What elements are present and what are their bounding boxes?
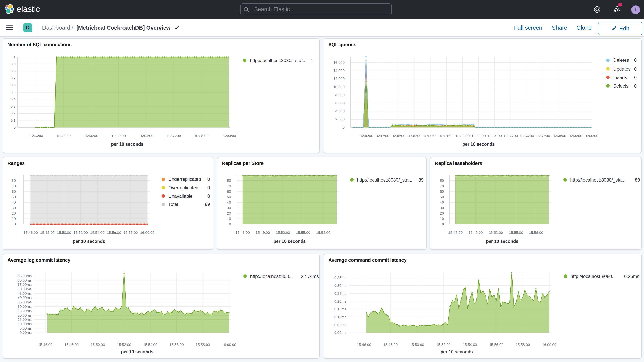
svg-text:15:48:00: 15:48:00 [56, 134, 70, 138]
svg-text:0: 0 [13, 125, 16, 129]
svg-text:15:52:00: 15:52:00 [73, 230, 88, 234]
svg-text:16:00:00: 16:00:00 [584, 134, 598, 138]
svg-text:15:52:00: 15:52:00 [111, 134, 126, 138]
svg-text:per 10 seconds: per 10 seconds [73, 239, 105, 244]
svg-text:0.25ms: 0.25ms [334, 291, 346, 295]
svg-text:40: 40 [227, 200, 231, 204]
svg-text:15:48:00: 15:48:00 [383, 342, 398, 346]
svg-text:60: 60 [12, 190, 16, 194]
svg-text:65.00ms: 65.00ms [17, 274, 32, 278]
svg-text:30: 30 [227, 206, 231, 210]
svg-text:per 10 seconds: per 10 seconds [486, 239, 518, 244]
svg-text:2,000: 2,000 [335, 117, 344, 121]
svg-text:40.00ms: 40.00ms [17, 296, 32, 300]
svg-text:0.3: 0.3 [10, 104, 16, 108]
svg-text:55.00ms: 55.00ms [17, 282, 32, 286]
svg-text:15:48:00: 15:48:00 [64, 342, 78, 346]
svg-text:0: 0 [229, 222, 231, 226]
svg-text:70: 70 [440, 184, 444, 188]
svg-text:15:46:00: 15:46:00 [357, 342, 371, 346]
svg-text:0.00ms: 0.00ms [20, 330, 32, 334]
svg-text:15:50:00: 15:50:00 [410, 342, 424, 346]
svg-text:15:49:00: 15:49:00 [468, 230, 483, 234]
svg-text:25.00ms: 25.00ms [17, 308, 32, 313]
svg-text:0.8: 0.8 [10, 69, 16, 73]
svg-text:15:54:00: 15:54:00 [487, 134, 502, 138]
svg-text:60: 60 [227, 190, 231, 194]
svg-text:8,000: 8,000 [335, 93, 344, 97]
svg-text:0.4: 0.4 [10, 97, 16, 101]
svg-text:15:56:00: 15:56:00 [520, 134, 534, 138]
svg-text:20: 20 [227, 211, 231, 215]
svg-text:15:58:00: 15:58:00 [196, 342, 210, 346]
svg-text:15:49:00: 15:49:00 [407, 134, 421, 138]
svg-text:15:46:00: 15:46:00 [38, 342, 52, 346]
svg-text:50: 50 [12, 195, 16, 199]
svg-text:15:47:00: 15:47:00 [375, 134, 389, 138]
svg-text:per 10 seconds: per 10 seconds [121, 349, 153, 354]
svg-text:0.15ms: 0.15ms [334, 307, 346, 311]
svg-text:per 10 seconds: per 10 seconds [273, 239, 306, 244]
svg-text:20: 20 [12, 211, 16, 215]
svg-text:0.6: 0.6 [10, 83, 16, 87]
svg-text:15:58:00: 15:58:00 [316, 230, 330, 234]
svg-text:15:58:00: 15:58:00 [552, 134, 566, 138]
svg-text:20: 20 [440, 211, 444, 215]
svg-text:15:46:00: 15:46:00 [235, 230, 250, 234]
svg-text:16:00:00: 16:00:00 [140, 230, 154, 234]
svg-text:15:51:00: 15:51:00 [439, 134, 453, 138]
svg-text:80: 80 [440, 178, 444, 182]
svg-text:per 10 seconds: per 10 seconds [462, 142, 494, 146]
svg-text:15:52:00: 15:52:00 [276, 230, 290, 234]
svg-text:15:58:00: 15:58:00 [529, 230, 543, 234]
svg-text:0.9: 0.9 [10, 62, 16, 66]
svg-text:80: 80 [227, 178, 231, 182]
svg-text:15:54:00: 15:54:00 [143, 342, 157, 346]
svg-text:15:56:00: 15:56:00 [107, 230, 121, 234]
svg-text:40: 40 [440, 200, 444, 204]
svg-text:15:46:00: 15:46:00 [28, 134, 43, 138]
svg-text:30: 30 [440, 206, 444, 210]
svg-text:0.7: 0.7 [10, 76, 16, 80]
svg-text:16,000: 16,000 [333, 60, 344, 64]
svg-text:30: 30 [12, 206, 16, 210]
svg-text:15:46:00: 15:46:00 [448, 230, 462, 234]
svg-text:16:00:00: 16:00:00 [222, 342, 236, 346]
svg-text:15:52:00: 15:52:00 [455, 134, 469, 138]
svg-text:0.05ms: 0.05ms [334, 323, 346, 327]
svg-text:5.00ms: 5.00ms [20, 326, 32, 330]
svg-text:0.30ms: 0.30ms [334, 283, 346, 288]
svg-text:45.00ms: 45.00ms [17, 291, 32, 295]
svg-text:35.00ms: 35.00ms [17, 300, 32, 304]
svg-text:15:52:00: 15:52:00 [488, 230, 503, 234]
svg-text:15:54:00: 15:54:00 [462, 342, 477, 346]
svg-text:70: 70 [12, 184, 16, 188]
svg-text:15:55:00: 15:55:00 [509, 230, 523, 234]
svg-text:15:50:00: 15:50:00 [84, 134, 98, 138]
svg-text:per 10 seconds: per 10 seconds [111, 142, 143, 146]
svg-text:15:52:00: 15:52:00 [117, 342, 131, 346]
svg-text:15:50:00: 15:50:00 [423, 134, 437, 138]
svg-text:10.00ms: 10.00ms [17, 322, 32, 326]
svg-text:15:56:00: 15:56:00 [169, 342, 184, 346]
svg-text:15:55:00: 15:55:00 [296, 230, 310, 234]
svg-text:10: 10 [440, 217, 444, 221]
svg-text:12,000: 12,000 [333, 76, 344, 80]
svg-text:10,000: 10,000 [333, 84, 344, 89]
svg-text:15:53:00: 15:53:00 [471, 134, 486, 138]
svg-text:15:46:00: 15:46:00 [23, 230, 38, 234]
svg-text:0: 0 [342, 125, 344, 129]
svg-text:1: 1 [13, 55, 16, 59]
svg-text:0.5: 0.5 [10, 90, 16, 94]
svg-text:0.00ms: 0.00ms [334, 330, 346, 334]
svg-text:15:54:00: 15:54:00 [139, 134, 153, 138]
svg-text:70: 70 [227, 184, 231, 188]
svg-text:15:52:00: 15:52:00 [436, 342, 450, 346]
svg-text:15:56:00: 15:56:00 [489, 342, 503, 346]
svg-text:15:58:00: 15:58:00 [123, 230, 138, 234]
svg-text:15:49:00: 15:49:00 [256, 230, 270, 234]
svg-text:40: 40 [12, 200, 16, 204]
svg-text:15:50:00: 15:50:00 [57, 230, 71, 234]
svg-text:15:58:00: 15:58:00 [194, 134, 208, 138]
svg-text:60.00ms: 60.00ms [17, 278, 32, 282]
